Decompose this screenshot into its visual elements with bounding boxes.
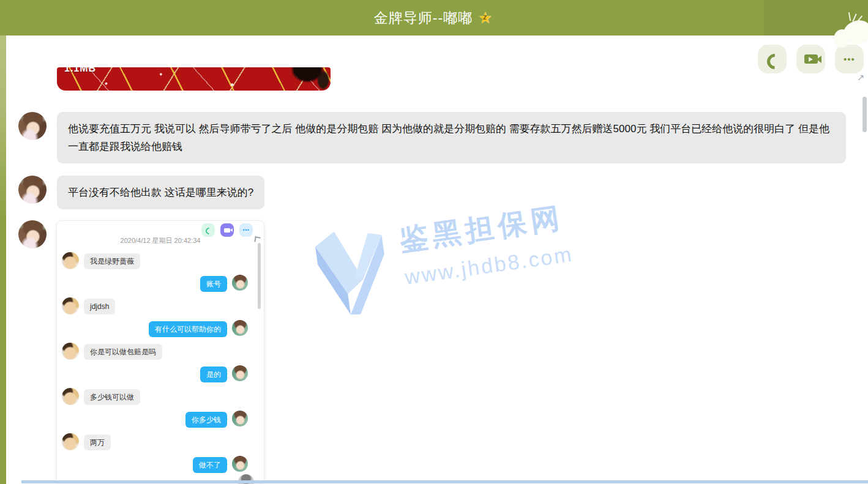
collapse-chevron-icon xyxy=(254,236,260,240)
message-row: 他说要充值五万元 我说可以 然后导师带亏了之后 他做的是分期包赔 因为他做的就是… xyxy=(18,112,846,163)
avatar xyxy=(62,343,79,360)
message-bubble: 他说要充值五万元 我说可以 然后导师带亏了之后 他做的是分期包赔 因为他做的就是… xyxy=(57,112,846,163)
message-row: 平台没有不给他出款 这话是哪里来说的? xyxy=(18,176,264,209)
watermark-logo-icon xyxy=(311,223,395,321)
avatar xyxy=(62,252,79,269)
mini-bubble: 多少钱可以做 xyxy=(84,389,140,405)
bottom-edge-bar xyxy=(21,480,868,483)
list-item: jdjdsh xyxy=(62,297,259,315)
screenshot-image-message[interactable]: ••• 2020/4/12 星期日 20:42:34 我是绿野蔷薇 账号 jdj… xyxy=(56,220,264,483)
mini-bubble: 做不了 xyxy=(193,457,227,473)
message-row: ••• 2020/4/12 星期日 20:42:34 我是绿野蔷薇 账号 jdj… xyxy=(18,220,264,483)
voice-call-button[interactable] xyxy=(758,45,787,73)
chat-window: ••• ↗ 1.1MB 他说要充值五万元 我说可以 然后导师带亏了之后 他做的是… xyxy=(6,35,868,484)
screenshot-chat-body: 我是绿野蔷薇 账号 jdjdsh 有什么可以帮助你的 你是可以做包赔是吗 xyxy=(57,245,264,473)
mini-bubble: 是的 xyxy=(200,367,227,382)
site-watermark: 鉴黑担保网 www.jhdb8.com xyxy=(311,181,699,322)
mini-bubble: 你多少钱 xyxy=(185,412,227,428)
star-level-badge: ★ z xyxy=(478,10,494,26)
image-person-silhouette xyxy=(269,67,331,91)
avatar[interactable] xyxy=(18,220,47,248)
list-item: 你多少钱 xyxy=(62,411,259,428)
mini-bubble: 账号 xyxy=(200,276,227,292)
mini-bubble: jdjdsh xyxy=(84,299,115,315)
ellipsis-icon: ••• xyxy=(239,223,253,237)
list-item: 账号 xyxy=(62,275,259,292)
list-item: 是的 xyxy=(62,365,259,382)
video-camera-icon xyxy=(804,54,818,64)
mini-bubble: 你是可以做包赔是吗 xyxy=(84,344,162,360)
list-item: 做不了 xyxy=(62,456,259,473)
mini-bubble: 两万 xyxy=(84,434,111,450)
screenshot-scrollbar xyxy=(258,243,261,309)
avatar xyxy=(232,411,248,426)
phone-icon xyxy=(766,53,779,66)
mini-bubble: 我是绿野蔷薇 xyxy=(84,253,140,269)
avatar xyxy=(232,320,248,336)
avatar[interactable] xyxy=(18,176,47,204)
chat-header: 金牌导师--嘟嘟 ★ z xyxy=(0,0,868,35)
watermark-url: www.jhdb8.com xyxy=(403,242,575,289)
avatar xyxy=(232,456,248,472)
ellipsis-icon: ••• xyxy=(844,56,855,62)
mini-bubble: 有什么可以帮助你的 xyxy=(149,321,227,337)
message-bubble: 平台没有不给他出款 这话是哪里来说的? xyxy=(57,176,264,209)
watermark-title: 鉴黑担保网 xyxy=(397,198,571,260)
avatar xyxy=(232,365,248,381)
video-call-button[interactable] xyxy=(796,45,825,73)
image-size-label: 1.1MB xyxy=(64,67,96,74)
list-item: 两万 xyxy=(62,433,259,450)
image-message-clipped[interactable]: 1.1MB xyxy=(57,67,331,91)
avatar xyxy=(62,433,79,450)
avatar xyxy=(62,388,79,405)
video-camera-icon xyxy=(220,223,234,237)
chat-title-bar: 金牌导师--嘟嘟 ★ z xyxy=(0,0,868,35)
screenshot-date: 2020/4/12 星期日 20:42:34 xyxy=(57,236,264,245)
chat-scrollbar[interactable] xyxy=(862,97,867,132)
phone-icon xyxy=(201,223,215,237)
list-item: 多少钱可以做 xyxy=(62,388,259,405)
avatar[interactable] xyxy=(18,112,47,140)
list-item: 有什么可以帮助你的 xyxy=(62,320,259,337)
screenshot-toolbar: ••• xyxy=(201,223,253,237)
list-item: 你是可以做包赔是吗 xyxy=(62,343,259,360)
background-photo-strip xyxy=(0,35,6,484)
chat-title: 金牌导师--嘟嘟 xyxy=(374,9,473,28)
resize-arrow-icon[interactable]: ↗ xyxy=(857,72,865,83)
more-options-button[interactable]: ••• xyxy=(835,45,864,73)
avatar xyxy=(232,275,248,291)
avatar xyxy=(62,297,79,315)
list-item: 我是绿野蔷薇 xyxy=(62,252,259,269)
